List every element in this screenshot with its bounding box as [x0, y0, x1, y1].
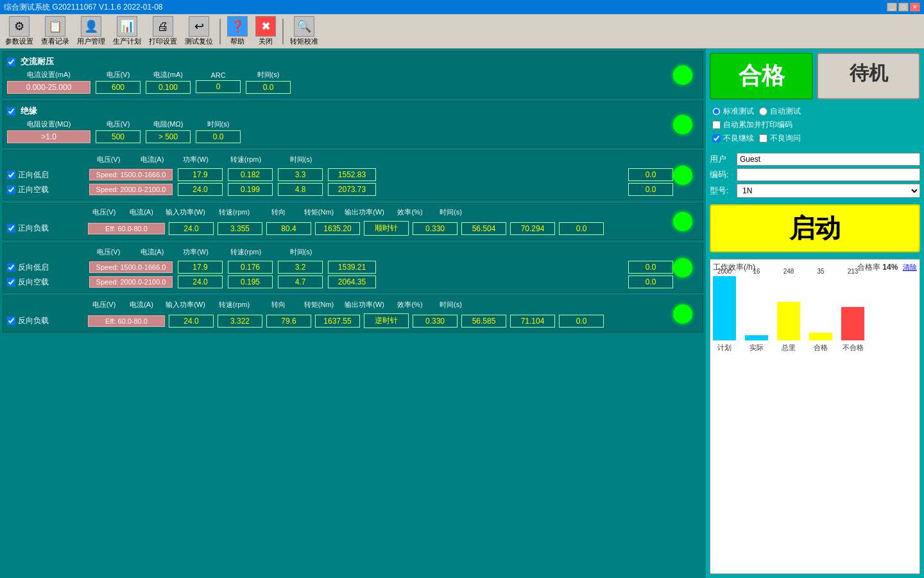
ac-voltage-input[interactable]: 600: [96, 81, 141, 94]
ac-arc-input[interactable]: 0: [196, 80, 241, 93]
toolbar-torque-calibrate[interactable]: 🔍 转矩校准: [287, 15, 321, 48]
close-icon: ✖: [255, 16, 276, 37]
defect-continue-label[interactable]: 不良继续: [712, 133, 754, 144]
ac-arc-group: ARC 0: [196, 71, 241, 93]
right-panel: 合格 待机 标准测试 自动测试 自动累加并打印编码: [706, 49, 924, 578]
forward-load-row: 电压(V) 电流(A) 输入功率(W) 转速(rpm) 转向 转矩(Nm) 输出…: [7, 207, 699, 236]
titlebar-controls: _ □ ✕: [887, 3, 920, 12]
ac-voltage-content: 交流耐压 电流设置(mA) 0.000-25.000 电压(V) 600: [7, 56, 673, 94]
reverse-load-checkbox[interactable]: [7, 317, 15, 325]
pass-fail-buttons: 合格 待机: [710, 53, 920, 100]
reverse-low-start-checkbox[interactable]: [7, 263, 15, 272]
ac-current-input[interactable]: 0.100: [146, 81, 191, 94]
insulation-resistance-setting-label: 电阻设置(MΩ): [27, 119, 71, 129]
standard-test-radio[interactable]: [712, 107, 721, 116]
toolbar-view-records[interactable]: 📋 查看记录: [38, 15, 72, 48]
reverse-low-start-status-circle: [673, 258, 692, 277]
ac-voltage-header: 交流耐压: [7, 56, 673, 67]
ac-voltage-label2: 电压(V): [107, 70, 130, 80]
user-input[interactable]: [737, 153, 920, 166]
defect-continue-checkbox[interactable]: [712, 134, 721, 143]
user-row: 用户: [710, 153, 920, 166]
forward-load-content: 电压(V) 电流(A) 输入功率(W) 转速(rpm) 转向 转矩(Nm) 输出…: [7, 207, 673, 236]
ac-current-group: 电流(mA) 0.100: [146, 70, 191, 94]
bar-total-label: 总里: [782, 343, 796, 353]
forward-low-start-checkbox[interactable]: [7, 171, 15, 179]
reverse-load-content: 电压(V) 电流(A) 输入功率(W) 转速(rpm) 转向 转矩(Nm) 输出…: [7, 300, 673, 328]
chart-clear-button[interactable]: 清除: [903, 263, 917, 271]
insulation-resistance-setting-input[interactable]: >1.0: [7, 130, 90, 143]
maximize-button[interactable]: □: [898, 3, 909, 12]
model-select[interactable]: 1N: [737, 184, 920, 198]
forward-load-status-circle: [673, 212, 692, 231]
toolbar: ⚙ 参数设置 📋 查看记录 👤 用户管理 📊 生产计划 🖨 打印设置 ↩ 测试复…: [0, 14, 924, 49]
test-mode-row: 标准测试 自动测试: [712, 106, 918, 117]
ac-time-input[interactable]: 0.0: [246, 81, 291, 94]
forward-load-checkbox[interactable]: [7, 224, 15, 232]
model-row: 型号: 1N: [710, 184, 920, 198]
chart-area: 工作效率(/h) 合格率 14% 清除 2000 计划 16: [710, 259, 920, 574]
user-section: 用户 编码: 型号: 1N: [710, 153, 920, 198]
pass-button[interactable]: 合格: [710, 53, 813, 100]
bar-actual: 16 实际: [745, 268, 768, 353]
bar-fail: 213 不合格: [841, 268, 864, 353]
toolbar-help[interactable]: ❓ 帮助: [225, 15, 250, 48]
ac-time-label: 时间(s): [257, 70, 280, 80]
start-button[interactable]: 启动: [710, 204, 920, 252]
toolbar-torque-calibrate-label: 转矩校准: [290, 37, 318, 46]
insulation-checkbox[interactable]: [7, 107, 15, 116]
toolbar-user-management[interactable]: 👤 用户管理: [74, 15, 108, 48]
insulation-fields: 电阻设置(MΩ) >1.0 电压(V) 500 电阻(MΩ) > 500 时: [7, 119, 673, 143]
param-settings-icon: ⚙: [9, 16, 30, 37]
toolbar-test-reset[interactable]: ↩ 测试复位: [182, 15, 216, 48]
defect-query-label[interactable]: 不良询问: [759, 133, 801, 144]
standby-button[interactable]: 待机: [817, 53, 920, 100]
user-label: 用户: [710, 153, 733, 165]
auto-test-radio[interactable]: [759, 107, 767, 116]
toolbar-production-plan[interactable]: 📊 生产计划: [110, 15, 144, 48]
toolbar-close[interactable]: ✖ 关闭: [253, 15, 278, 48]
close-button[interactable]: ✕: [910, 3, 920, 12]
ac-voltage-group: 电压(V) 600: [96, 70, 141, 94]
defect-query-checkbox[interactable]: [759, 134, 767, 143]
insulation-resistance-input[interactable]: > 500: [146, 130, 191, 143]
insulation-voltage-label: 电压(V): [107, 119, 130, 129]
insulation-time-input[interactable]: 0.0: [196, 130, 241, 143]
bar-plan-bar: [713, 276, 736, 340]
bar-fail-bar: [841, 307, 864, 340]
auto-accumulate-row: 自动累加并打印编码: [712, 119, 918, 130]
insulation-header: 绝缘: [7, 105, 673, 117]
reverse-low-start-content: 电压(V) 电流(A) 功率(W) 转速(rpm) 时间(s) 反向低启: [7, 247, 673, 288]
reverse-empty-load-checkbox[interactable]: [7, 278, 15, 286]
test-reset-icon: ↩: [189, 16, 209, 37]
insulation-voltage-group: 电压(V) 500: [96, 119, 141, 143]
insulation-label: 绝缘: [7, 105, 37, 117]
bar-actual-value: 16: [753, 268, 760, 275]
insulation-voltage-input[interactable]: 500: [96, 130, 141, 143]
bar-total-value: 248: [783, 268, 794, 275]
standard-test-label[interactable]: 标准测试: [712, 106, 754, 117]
minimize-button[interactable]: _: [887, 3, 897, 12]
insulation-row: 绝缘 电阻设置(MΩ) >1.0 电压(V) 500 电阻(: [7, 105, 699, 143]
model-label: 型号:: [710, 185, 733, 197]
forward-low-start-row: 电压(V) 电流(A) 功率(W) 转速(rpm) 时间(s) 正向低启: [7, 155, 699, 196]
toolbar-param-settings[interactable]: ⚙ 参数设置: [3, 15, 36, 48]
auto-accumulate-label[interactable]: 自动累加并打印编码: [712, 119, 792, 130]
forward-empty-load-checkbox[interactable]: [7, 186, 15, 194]
auto-test-label[interactable]: 自动测试: [759, 106, 801, 117]
print-settings-icon: 🖨: [153, 16, 173, 37]
code-input[interactable]: [737, 168, 920, 181]
toolbar-print-settings[interactable]: 🖨 打印设置: [146, 15, 180, 48]
auto-accumulate-checkbox[interactable]: [712, 121, 721, 129]
insulation-status-circle: [673, 115, 692, 134]
ac-arc-label: ARC: [210, 71, 225, 79]
toolbar-user-management-label: 用户管理: [77, 37, 105, 46]
reverse-load-status-circle: [673, 304, 692, 324]
ac-voltage-checkbox[interactable]: [7, 58, 15, 66]
ac-current-setting-input[interactable]: 0.000-25.000: [7, 81, 90, 94]
bar-pass-label: 合格: [814, 343, 828, 353]
reverse-low-start-row: 电压(V) 电流(A) 功率(W) 转速(rpm) 时间(s) 反向低启: [7, 247, 699, 288]
reverse-load-row: 电压(V) 电流(A) 输入功率(W) 转速(rpm) 转向 转矩(Nm) 输出…: [7, 300, 699, 328]
bar-pass-bar: [809, 333, 832, 340]
forward-load-section: 电压(V) 电流(A) 输入功率(W) 转速(rpm) 转向 转矩(Nm) 输出…: [3, 203, 703, 240]
